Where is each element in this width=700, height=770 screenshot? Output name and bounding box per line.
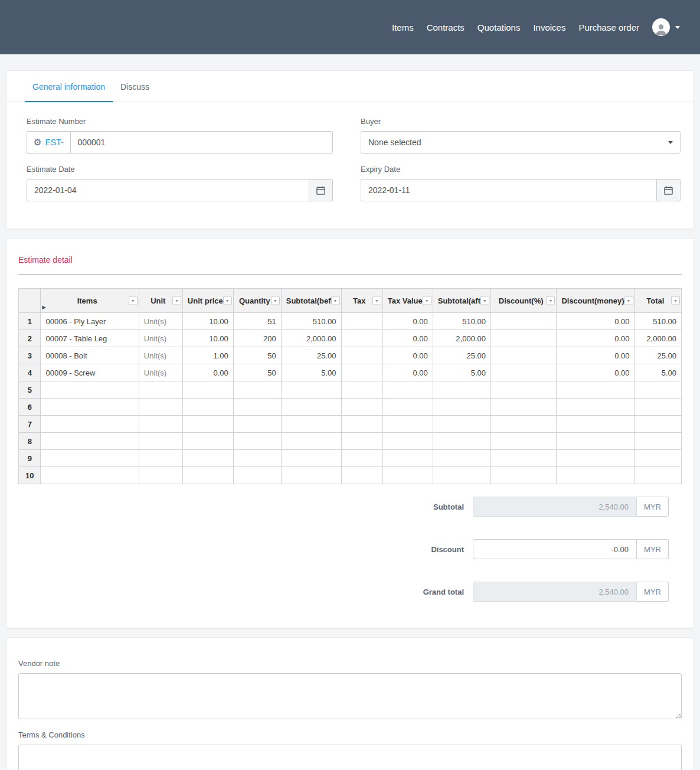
column-header-subtotal-bef[interactable]: Subtotal(bef▼: [281, 289, 341, 313]
column-filter-icon[interactable]: ▼: [671, 296, 680, 305]
gear-icon[interactable]: ⚙: [34, 137, 41, 148]
grid-cell[interactable]: 25.00: [634, 347, 681, 364]
grid-cell[interactable]: [634, 433, 681, 450]
grid-cell[interactable]: 51: [233, 313, 281, 330]
grid-cell[interactable]: [341, 330, 382, 347]
row-number[interactable]: 9: [19, 450, 41, 467]
grid-cell[interactable]: [281, 381, 341, 399]
grid-cell[interactable]: 50: [233, 347, 281, 364]
grid-cell[interactable]: [41, 433, 139, 450]
grid-cell[interactable]: [433, 450, 490, 467]
grid-cell[interactable]: 0.00: [182, 364, 233, 381]
grid-cell[interactable]: Unit(s): [139, 347, 182, 364]
column-header-unit[interactable]: Unit▼: [139, 289, 182, 313]
grid-cell[interactable]: [233, 450, 281, 467]
row-number[interactable]: 10: [19, 467, 41, 484]
grid-cell[interactable]: 2,000.00: [433, 330, 490, 347]
grand-total-currency-button[interactable]: MYR: [637, 582, 669, 602]
user-menu[interactable]: [652, 18, 680, 36]
grid-corner-cell[interactable]: [19, 289, 41, 313]
grid-cell[interactable]: [139, 433, 182, 450]
column-filter-icon[interactable]: ▼: [271, 296, 280, 305]
grid-cell[interactable]: 0.00: [382, 364, 433, 381]
grid-cell[interactable]: [557, 450, 634, 467]
grid-cell[interactable]: 00007 - Table Leg: [41, 330, 139, 347]
column-filter-icon[interactable]: ▼: [480, 296, 489, 305]
column-header-discount[interactable]: Discount(%)▼: [490, 289, 556, 313]
grid-cell[interactable]: [341, 364, 382, 381]
column-header-discount-money[interactable]: Discount(money)▼: [557, 289, 634, 313]
nav-item-purchase-order[interactable]: Purchase order: [578, 22, 639, 32]
grid-cell[interactable]: 00008 - Bolt: [41, 347, 139, 364]
grid-cell[interactable]: 5.00: [281, 364, 341, 381]
grid-cell[interactable]: 2,000.00: [281, 330, 341, 347]
grid-cell[interactable]: 200: [233, 330, 281, 347]
grid-cell[interactable]: [182, 450, 233, 467]
grid-cell[interactable]: 0.00: [557, 330, 634, 347]
grid-cell[interactable]: [490, 364, 556, 381]
column-filter-icon[interactable]: ▼: [624, 296, 633, 305]
column-filter-icon[interactable]: ▼: [331, 296, 340, 305]
grid-cell[interactable]: [182, 433, 233, 450]
buyer-select[interactable]: None selected: [361, 131, 681, 154]
column-header-tax-value[interactable]: Tax Value▼: [382, 289, 433, 313]
grid-cell[interactable]: [281, 433, 341, 450]
grid-cell[interactable]: [557, 433, 634, 450]
nav-item-contracts[interactable]: Contracts: [427, 22, 465, 32]
grid-cell[interactable]: 25.00: [433, 347, 490, 364]
grid-cell[interactable]: [382, 433, 433, 450]
grid-cell[interactable]: [557, 381, 634, 399]
expiry-date-input[interactable]: [361, 179, 657, 201]
column-filter-icon[interactable]: ▼: [129, 296, 138, 305]
column-filter-icon[interactable]: ▼: [372, 296, 381, 305]
grid-cell[interactable]: [41, 399, 139, 416]
user-avatar-icon[interactable]: [652, 18, 670, 36]
grid-cell[interactable]: [139, 467, 182, 484]
grid-cell[interactable]: [182, 399, 233, 416]
grid-cell[interactable]: [281, 416, 341, 433]
grid-cell[interactable]: [341, 467, 382, 484]
grid-cell[interactable]: [281, 399, 341, 416]
grid-cell[interactable]: [182, 416, 233, 433]
grid-cell[interactable]: [433, 399, 490, 416]
grid-cell[interactable]: [382, 381, 433, 399]
grid-cell[interactable]: [139, 399, 182, 416]
grid-cell[interactable]: 0.00: [382, 313, 433, 330]
grid-cell[interactable]: 10.00: [182, 313, 233, 330]
grid-cell[interactable]: [490, 330, 556, 347]
grid-cell[interactable]: 1.00: [182, 347, 233, 364]
column-header-unit-price[interactable]: Unit price▼: [182, 289, 233, 313]
calendar-icon[interactable]: [309, 179, 333, 201]
column-filter-icon[interactable]: ▼: [423, 296, 431, 305]
tab-discuss[interactable]: Discuss: [113, 71, 157, 102]
row-number[interactable]: 6: [19, 399, 41, 416]
grid-cell[interactable]: [41, 450, 139, 467]
column-filter-icon[interactable]: ▼: [223, 296, 232, 305]
estimate-date-input[interactable]: [27, 179, 309, 201]
grid-cell[interactable]: [634, 381, 681, 399]
column-header-tax[interactable]: Tax▼: [341, 289, 382, 313]
grid-cell[interactable]: [233, 399, 281, 416]
column-header-items[interactable]: ▶Items▼: [41, 289, 139, 313]
grid-cell[interactable]: 50: [233, 364, 281, 381]
grid-cell[interactable]: [433, 433, 490, 450]
nav-item-items[interactable]: Items: [392, 22, 414, 32]
grid-cell[interactable]: 2,000.00: [634, 330, 681, 347]
grid-cell[interactable]: [41, 467, 139, 484]
grid-cell[interactable]: [490, 399, 556, 416]
grid-cell[interactable]: [41, 416, 139, 433]
grid-cell[interactable]: [490, 416, 556, 433]
grid-cell[interactable]: 0.00: [557, 313, 634, 330]
grid-cell[interactable]: [382, 467, 433, 484]
grid-cell[interactable]: [382, 450, 433, 467]
grid-cell[interactable]: 510.00: [634, 313, 681, 330]
row-number[interactable]: 7: [19, 416, 41, 433]
subtotal-currency-button[interactable]: MYR: [637, 497, 669, 517]
grid-cell[interactable]: 00009 - Screw: [41, 364, 139, 381]
grid-cell[interactable]: [557, 416, 634, 433]
calendar-icon[interactable]: [657, 179, 681, 201]
grid-cell[interactable]: [341, 450, 382, 467]
vendor-note-textarea[interactable]: [18, 673, 682, 719]
grid-cell[interactable]: 00006 - Ply Layer: [41, 313, 139, 330]
grid-cell[interactable]: Unit(s): [139, 313, 182, 330]
